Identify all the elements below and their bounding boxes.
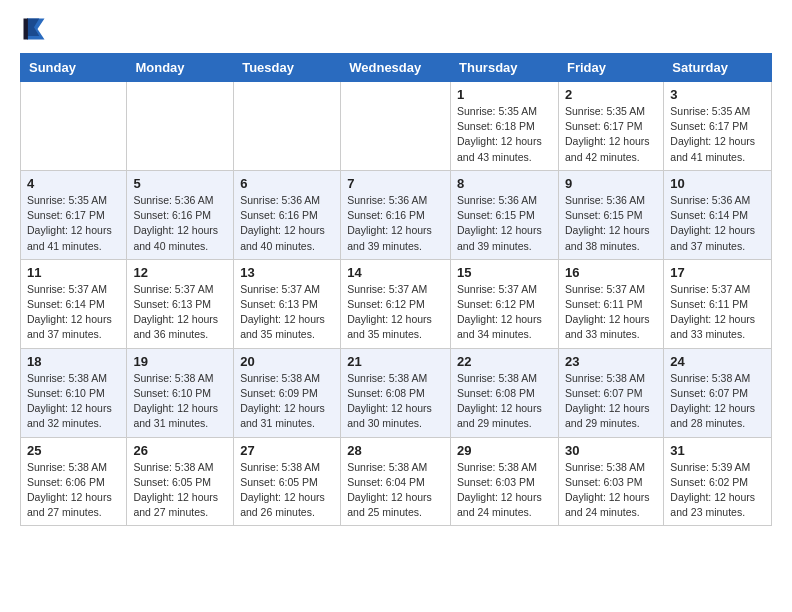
calendar-day-cell: 4Sunrise: 5:35 AM Sunset: 6:17 PM Daylig… (21, 170, 127, 259)
calendar-week-row: 1Sunrise: 5:35 AM Sunset: 6:18 PM Daylig… (21, 82, 772, 171)
calendar-day-cell: 25Sunrise: 5:38 AM Sunset: 6:06 PM Dayli… (21, 437, 127, 526)
day-detail: Sunrise: 5:38 AM Sunset: 6:08 PM Dayligh… (347, 371, 444, 432)
day-detail: Sunrise: 5:37 AM Sunset: 6:11 PM Dayligh… (565, 282, 657, 343)
day-detail: Sunrise: 5:38 AM Sunset: 6:06 PM Dayligh… (27, 460, 120, 521)
calendar-day-cell: 31Sunrise: 5:39 AM Sunset: 6:02 PM Dayli… (664, 437, 772, 526)
day-of-week-header: Wednesday (341, 54, 451, 82)
calendar-day-cell: 14Sunrise: 5:37 AM Sunset: 6:12 PM Dayli… (341, 259, 451, 348)
calendar-week-row: 4Sunrise: 5:35 AM Sunset: 6:17 PM Daylig… (21, 170, 772, 259)
day-number: 4 (27, 176, 120, 191)
day-of-week-header: Sunday (21, 54, 127, 82)
day-number: 23 (565, 354, 657, 369)
calendar-day-cell (127, 82, 234, 171)
page: SundayMondayTuesdayWednesdayThursdayFrid… (0, 0, 792, 541)
day-detail: Sunrise: 5:37 AM Sunset: 6:11 PM Dayligh… (670, 282, 765, 343)
day-number: 27 (240, 443, 334, 458)
calendar-day-cell: 30Sunrise: 5:38 AM Sunset: 6:03 PM Dayli… (558, 437, 663, 526)
day-detail: Sunrise: 5:38 AM Sunset: 6:09 PM Dayligh… (240, 371, 334, 432)
day-detail: Sunrise: 5:37 AM Sunset: 6:12 PM Dayligh… (457, 282, 552, 343)
day-of-week-header: Saturday (664, 54, 772, 82)
day-detail: Sunrise: 5:35 AM Sunset: 6:17 PM Dayligh… (565, 104, 657, 165)
calendar-header-row: SundayMondayTuesdayWednesdayThursdayFrid… (21, 54, 772, 82)
calendar-day-cell: 8Sunrise: 5:36 AM Sunset: 6:15 PM Daylig… (451, 170, 559, 259)
logo (20, 15, 52, 43)
day-detail: Sunrise: 5:36 AM Sunset: 6:15 PM Dayligh… (565, 193, 657, 254)
day-number: 20 (240, 354, 334, 369)
day-number: 19 (133, 354, 227, 369)
calendar-week-row: 18Sunrise: 5:38 AM Sunset: 6:10 PM Dayli… (21, 348, 772, 437)
day-number: 11 (27, 265, 120, 280)
day-number: 17 (670, 265, 765, 280)
day-number: 3 (670, 87, 765, 102)
calendar-day-cell: 23Sunrise: 5:38 AM Sunset: 6:07 PM Dayli… (558, 348, 663, 437)
day-detail: Sunrise: 5:37 AM Sunset: 6:14 PM Dayligh… (27, 282, 120, 343)
calendar-day-cell (21, 82, 127, 171)
day-number: 16 (565, 265, 657, 280)
day-number: 18 (27, 354, 120, 369)
calendar-day-cell: 24Sunrise: 5:38 AM Sunset: 6:07 PM Dayli… (664, 348, 772, 437)
calendar-day-cell: 13Sunrise: 5:37 AM Sunset: 6:13 PM Dayli… (234, 259, 341, 348)
day-detail: Sunrise: 5:36 AM Sunset: 6:15 PM Dayligh… (457, 193, 552, 254)
day-number: 10 (670, 176, 765, 191)
day-number: 13 (240, 265, 334, 280)
calendar-day-cell: 18Sunrise: 5:38 AM Sunset: 6:10 PM Dayli… (21, 348, 127, 437)
day-number: 25 (27, 443, 120, 458)
day-of-week-header: Monday (127, 54, 234, 82)
day-detail: Sunrise: 5:38 AM Sunset: 6:07 PM Dayligh… (565, 371, 657, 432)
day-number: 28 (347, 443, 444, 458)
calendar-day-cell: 7Sunrise: 5:36 AM Sunset: 6:16 PM Daylig… (341, 170, 451, 259)
day-detail: Sunrise: 5:38 AM Sunset: 6:03 PM Dayligh… (565, 460, 657, 521)
day-detail: Sunrise: 5:38 AM Sunset: 6:07 PM Dayligh… (670, 371, 765, 432)
calendar-day-cell: 29Sunrise: 5:38 AM Sunset: 6:03 PM Dayli… (451, 437, 559, 526)
calendar-day-cell: 19Sunrise: 5:38 AM Sunset: 6:10 PM Dayli… (127, 348, 234, 437)
day-detail: Sunrise: 5:35 AM Sunset: 6:18 PM Dayligh… (457, 104, 552, 165)
day-number: 6 (240, 176, 334, 191)
calendar-day-cell: 5Sunrise: 5:36 AM Sunset: 6:16 PM Daylig… (127, 170, 234, 259)
day-detail: Sunrise: 5:38 AM Sunset: 6:05 PM Dayligh… (240, 460, 334, 521)
day-number: 26 (133, 443, 227, 458)
day-number: 22 (457, 354, 552, 369)
day-detail: Sunrise: 5:35 AM Sunset: 6:17 PM Dayligh… (27, 193, 120, 254)
calendar-day-cell: 16Sunrise: 5:37 AM Sunset: 6:11 PM Dayli… (558, 259, 663, 348)
day-number: 14 (347, 265, 444, 280)
calendar-day-cell: 3Sunrise: 5:35 AM Sunset: 6:17 PM Daylig… (664, 82, 772, 171)
calendar-day-cell: 28Sunrise: 5:38 AM Sunset: 6:04 PM Dayli… (341, 437, 451, 526)
day-number: 2 (565, 87, 657, 102)
svg-rect-3 (24, 19, 28, 40)
calendar-day-cell: 17Sunrise: 5:37 AM Sunset: 6:11 PM Dayli… (664, 259, 772, 348)
day-number: 9 (565, 176, 657, 191)
day-detail: Sunrise: 5:38 AM Sunset: 6:05 PM Dayligh… (133, 460, 227, 521)
day-of-week-header: Friday (558, 54, 663, 82)
day-detail: Sunrise: 5:36 AM Sunset: 6:16 PM Dayligh… (240, 193, 334, 254)
header (20, 15, 772, 43)
calendar-week-row: 25Sunrise: 5:38 AM Sunset: 6:06 PM Dayli… (21, 437, 772, 526)
calendar-day-cell: 11Sunrise: 5:37 AM Sunset: 6:14 PM Dayli… (21, 259, 127, 348)
calendar-day-cell: 2Sunrise: 5:35 AM Sunset: 6:17 PM Daylig… (558, 82, 663, 171)
day-number: 7 (347, 176, 444, 191)
calendar-day-cell (234, 82, 341, 171)
day-detail: Sunrise: 5:36 AM Sunset: 6:16 PM Dayligh… (133, 193, 227, 254)
calendar-day-cell: 15Sunrise: 5:37 AM Sunset: 6:12 PM Dayli… (451, 259, 559, 348)
calendar-day-cell: 9Sunrise: 5:36 AM Sunset: 6:15 PM Daylig… (558, 170, 663, 259)
calendar-day-cell: 12Sunrise: 5:37 AM Sunset: 6:13 PM Dayli… (127, 259, 234, 348)
day-number: 8 (457, 176, 552, 191)
calendar-day-cell: 10Sunrise: 5:36 AM Sunset: 6:14 PM Dayli… (664, 170, 772, 259)
day-of-week-header: Tuesday (234, 54, 341, 82)
calendar-day-cell: 1Sunrise: 5:35 AM Sunset: 6:18 PM Daylig… (451, 82, 559, 171)
day-number: 1 (457, 87, 552, 102)
day-number: 12 (133, 265, 227, 280)
calendar-day-cell: 27Sunrise: 5:38 AM Sunset: 6:05 PM Dayli… (234, 437, 341, 526)
calendar-day-cell: 6Sunrise: 5:36 AM Sunset: 6:16 PM Daylig… (234, 170, 341, 259)
calendar-table: SundayMondayTuesdayWednesdayThursdayFrid… (20, 53, 772, 526)
day-number: 31 (670, 443, 765, 458)
day-number: 24 (670, 354, 765, 369)
day-detail: Sunrise: 5:36 AM Sunset: 6:16 PM Dayligh… (347, 193, 444, 254)
day-number: 30 (565, 443, 657, 458)
day-detail: Sunrise: 5:37 AM Sunset: 6:13 PM Dayligh… (133, 282, 227, 343)
calendar-day-cell (341, 82, 451, 171)
day-detail: Sunrise: 5:37 AM Sunset: 6:13 PM Dayligh… (240, 282, 334, 343)
day-of-week-header: Thursday (451, 54, 559, 82)
day-detail: Sunrise: 5:38 AM Sunset: 6:08 PM Dayligh… (457, 371, 552, 432)
day-detail: Sunrise: 5:38 AM Sunset: 6:10 PM Dayligh… (27, 371, 120, 432)
day-number: 21 (347, 354, 444, 369)
